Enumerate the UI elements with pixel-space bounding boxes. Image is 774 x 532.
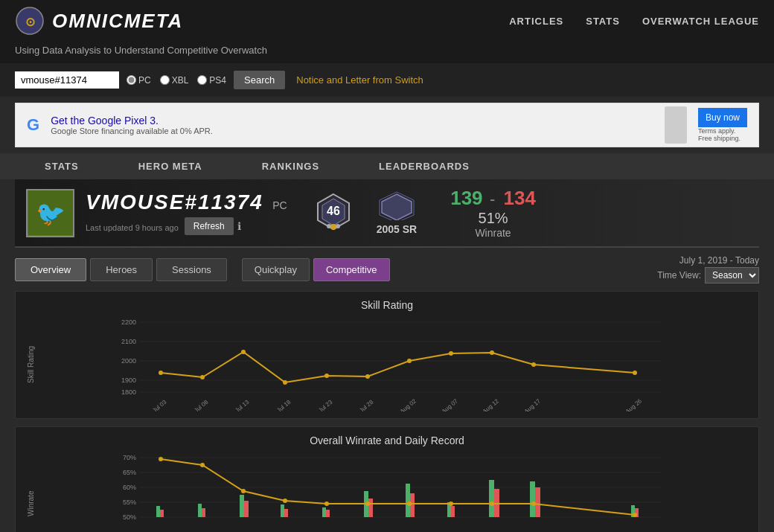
svg-point-79 <box>283 499 287 503</box>
svg-point-86 <box>633 513 637 517</box>
rank-badge: 46 <box>313 191 354 232</box>
tab-heroes[interactable]: Heroes <box>90 258 153 281</box>
svg-rect-59 <box>244 501 249 517</box>
tab-sessions[interactable]: Sessions <box>156 258 227 281</box>
avatar-image: 🐦 <box>28 190 73 235</box>
profile-updated-text: Last updated 9 hours ago <box>86 223 179 232</box>
ad-buy-button[interactable]: Buy now <box>698 108 747 127</box>
svg-rect-69 <box>451 506 455 517</box>
sr-chart-svg: 2200 2100 2000 1900 1800 <box>35 315 751 411</box>
winrate-area: 139 - 134 51% Winrate <box>450 187 536 239</box>
svg-text:55%: 55% <box>123 499 136 506</box>
level-badge-area: 46 <box>313 191 354 235</box>
date-range: July 1, 2019 - Today Time View: Season M… <box>657 255 759 283</box>
winrate-chart: Overall Winrate and Daily Record Winrate… <box>15 426 759 532</box>
svg-point-80 <box>324 501 329 506</box>
svg-text:Aug 12: Aug 12 <box>482 397 501 411</box>
svg-rect-54 <box>156 506 160 517</box>
mode-group: Quickplay Competitive <box>242 258 390 281</box>
ad-banner: G Get the Google Pixel 3. Google Store f… <box>15 103 759 147</box>
avatar: 🐦 <box>26 189 74 237</box>
profile-update-row: Last updated 9 hours ago Refresh ℹ <box>86 217 287 235</box>
svg-text:Jul 08: Jul 08 <box>193 398 210 411</box>
svg-point-32 <box>633 371 637 375</box>
platform-xbl[interactable]: XBL <box>160 75 189 86</box>
search-input[interactable] <box>15 71 119 89</box>
ad-text-area: Get the Google Pixel 3. Google Store fin… <box>51 115 653 135</box>
svg-rect-73 <box>535 487 540 517</box>
svg-text:Jul 03: Jul 03 <box>151 398 168 411</box>
svg-text:2200: 2200 <box>121 318 136 326</box>
winrate-chart-area: 70% 65% 60% 55% 50% <box>35 450 751 532</box>
info-icon: ℹ <box>237 220 241 232</box>
platform-pc[interactable]: PC <box>127 75 151 86</box>
svg-point-77 <box>200 463 205 467</box>
svg-rect-55 <box>160 510 164 517</box>
subnav-leaderboards[interactable]: LEADERBOARDS <box>349 153 499 179</box>
svg-text:50%: 50% <box>123 513 136 521</box>
svg-text:2000: 2000 <box>121 357 136 365</box>
tab-group: Overview Heroes Sessions <box>15 258 227 281</box>
svg-text:Jul 23: Jul 23 <box>317 398 334 411</box>
svg-rect-56 <box>198 504 202 517</box>
svg-point-29 <box>449 351 453 356</box>
search-button[interactable]: Search <box>234 71 285 89</box>
wins-count: 139 <box>450 187 482 209</box>
time-view-row: Time View: Season Month Week <box>657 267 759 283</box>
time-view-select[interactable]: Season Month Week <box>705 267 759 283</box>
svg-rect-66 <box>406 484 410 517</box>
mode-competitive[interactable]: Competitive <box>313 258 390 281</box>
svg-text:46: 46 <box>327 205 340 217</box>
svg-rect-63 <box>326 510 330 517</box>
svg-point-30 <box>490 350 494 355</box>
refresh-button[interactable]: Refresh <box>185 217 234 235</box>
logo-text: OMNICMETA <box>52 10 183 33</box>
svg-point-83 <box>449 501 453 506</box>
svg-text:60%: 60% <box>123 484 136 491</box>
svg-rect-57 <box>202 508 205 517</box>
nav-stats[interactable]: STATS <box>586 16 620 27</box>
nav-overwatch-league[interactable]: OVERWATCH LEAGUE <box>642 16 759 27</box>
svg-text:Jul 18: Jul 18 <box>275 398 292 411</box>
nav-articles[interactable]: ARTICLES <box>509 16 563 27</box>
ad-desc: Google Store financing available at 0% A… <box>51 126 653 135</box>
svg-text:Jul 13: Jul 13 <box>234 398 251 411</box>
time-view-label: Time View: <box>657 270 701 281</box>
subtitle-text: Using Data Analysis to Understand Compet… <box>15 45 267 56</box>
profile-name-row: VMOUSE#11374 PC <box>86 190 287 214</box>
skill-rating-chart: Skill Rating Skill Rating 2200 2100 2000… <box>15 291 759 419</box>
svg-rect-62 <box>322 507 326 517</box>
view-controls: Overview Heroes Sessions Quickplay Compe… <box>15 255 759 283</box>
winrate-chart-svg: 70% 65% 60% 55% 50% <box>35 450 751 532</box>
svg-point-82 <box>407 501 412 506</box>
ad-title: Get the Google Pixel 3. <box>51 115 653 126</box>
svg-text:65%: 65% <box>123 469 136 476</box>
notice-link[interactable]: Notice and Letter from Switch <box>296 74 423 86</box>
nav-links: ARTICLES STATS OVERWATCH LEAGUE <box>509 16 759 27</box>
svg-point-78 <box>241 489 246 493</box>
win-loss-row: 139 - 134 <box>450 187 536 210</box>
svg-point-7 <box>330 224 336 230</box>
subnav-rankings[interactable]: RANKINGS <box>232 153 349 179</box>
sub-nav: STATS HERO META RANKINGS LEADERBOARDS <box>0 153 774 179</box>
subnav-hero-meta[interactable]: HERO META <box>109 153 232 179</box>
svg-point-28 <box>407 359 412 363</box>
svg-point-85 <box>531 501 536 506</box>
google-logo: G <box>27 115 39 135</box>
ad-phone-image <box>665 106 687 144</box>
subnav-stats[interactable]: STATS <box>15 153 109 179</box>
tab-overview[interactable]: Overview <box>15 258 86 281</box>
sr-badge <box>378 190 415 220</box>
profile-platform: PC <box>272 199 287 211</box>
subtitle-bar: Using Data Analysis to Understand Compet… <box>0 42 774 63</box>
mode-quickplay[interactable]: Quickplay <box>242 258 310 281</box>
svg-text:Aug 17: Aug 17 <box>523 397 543 411</box>
skill-rating-title: Skill Rating <box>23 299 751 311</box>
svg-text:2100: 2100 <box>121 338 136 345</box>
sr-chart-area: 2200 2100 2000 1900 1800 <box>35 315 751 414</box>
svg-point-84 <box>490 501 494 506</box>
svg-rect-60 <box>281 504 284 517</box>
svg-rect-72 <box>530 481 535 517</box>
winrate-chart-title: Overall Winrate and Daily Record <box>23 435 751 446</box>
platform-ps4[interactable]: PS4 <box>197 75 226 86</box>
